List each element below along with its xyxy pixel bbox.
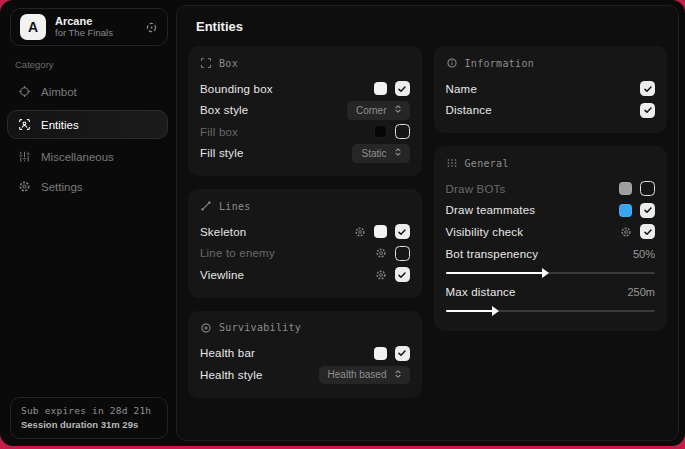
gear-icon[interactable] [375,269,387,281]
card-survivability: SurvivabilityHealth barHealth styleHealt… [188,311,422,398]
refresh-icon[interactable] [145,21,158,34]
slider-value: 50% [633,248,655,260]
select-value: Static [361,148,386,159]
row-controls [640,81,655,96]
app-name: Arcane [55,15,113,28]
slider-thumb[interactable] [492,306,499,316]
color-swatch[interactable] [374,125,387,138]
color-swatch[interactable] [619,204,632,217]
setting-row-health-bar: Health bar [200,343,410,365]
select-value: Health based [328,369,387,380]
checkbox-viewline[interactable] [395,267,410,282]
checkbox-fill-box[interactable] [395,124,410,139]
checkbox-line-to-enemy[interactable] [395,246,410,261]
setting-row-health-style: Health styleHealth based [200,364,410,386]
setting-label: Name [446,83,477,95]
app-subtitle: for The Finals [55,28,113,39]
setting-row-name: Name [446,78,656,100]
sidebar-nav: AimbotEntitiesMiscellaneousSettings [0,78,175,203]
row-controls [354,224,410,239]
grid-icon [446,157,458,169]
card-information: InformationNameDistance [434,46,668,133]
category-label: Category [15,59,175,70]
chevrons-up-down-icon [393,369,403,381]
color-swatch[interactable] [374,82,387,95]
card-title: Lines [219,201,251,212]
select-box-style[interactable]: Corner [347,101,410,120]
checkbox-visibility-check[interactable] [640,224,655,239]
card-box: BoxBounding boxBox styleCornerFill boxFi… [188,46,422,176]
sidebar-item-label: Entities [41,119,79,131]
row-controls [375,267,410,282]
chevrons-up-down-icon [393,104,403,116]
gear-icon[interactable] [620,226,632,238]
setting-row-visibility-check: Visibility check [446,221,656,243]
checkbox-skeleton[interactable] [395,224,410,239]
card-title: Survivability [219,322,301,333]
checkbox-draw-bots[interactable] [640,181,655,196]
life-icon [200,322,212,334]
setting-label: Fill box [200,126,238,138]
main-panel: Entities BoxBounding boxBox styleCornerF… [176,5,679,441]
setting-label: Draw BOTs [446,183,506,195]
row-controls [619,181,655,196]
checkbox-distance[interactable] [640,103,655,118]
slider-thumb[interactable] [542,268,549,278]
card-header: General [446,157,656,169]
row-controls: Corner [347,101,410,120]
slider-track[interactable] [446,310,656,312]
sidebar-item-settings[interactable]: Settings [7,173,168,200]
slider-track[interactable] [446,272,656,274]
checkbox-health-bar[interactable] [395,346,410,361]
sidebar-item-label: Settings [41,181,83,193]
setting-label: Visibility check [446,226,524,238]
card-header: Information [446,57,656,69]
card-header: Box [200,57,410,69]
setting-label: Line to enemy [200,247,275,259]
slider-label-row: Bot transpenency50% [446,244,656,266]
left-column: BoxBounding boxBox styleCornerFill boxFi… [188,46,422,398]
sidebar-item-entities[interactable]: Entities [7,110,168,139]
card-title: Box [219,58,238,69]
card-title: General [465,158,509,169]
app-header: A Arcane for The Finals [10,8,168,46]
setting-label: Fill style [200,147,244,159]
card-header: Survivability [200,322,410,334]
setting-row-distance: Distance [446,100,656,122]
color-swatch[interactable] [374,225,387,238]
page-title: Entities [196,19,678,34]
checkbox-bounding-box[interactable] [395,81,410,96]
setting-label: Draw teammates [446,204,536,216]
row-controls [620,224,655,239]
checkbox-draw-teammates[interactable] [640,203,655,218]
slider-fill [446,310,494,312]
setting-row-viewline: Viewline [200,264,410,286]
setting-row-draw-bots: Draw BOTs [446,178,656,200]
sidebar-item-label: Aimbot [41,86,77,98]
row-controls: Static [352,144,409,163]
box-corners-icon [200,57,212,69]
row-controls: Health based [319,366,410,385]
sidebar-item-aimbot[interactable]: Aimbot [7,78,168,105]
checkbox-name[interactable] [640,81,655,96]
sub-expiry-text: Sub expires in 28d 21h [21,405,157,416]
slider-value: 250m [627,286,655,298]
color-swatch[interactable] [374,347,387,360]
gear-icon[interactable] [375,247,387,259]
sidebar-item-miscellaneous[interactable]: Miscellaneous [7,143,168,170]
setting-label: Bot transpenency [446,248,539,260]
setting-label: Skeleton [200,226,246,238]
slider-max-distance: Max distance250m [446,281,656,312]
row-controls [374,124,410,139]
setting-label: Bounding box [200,83,273,95]
app-logo: A [20,14,46,40]
color-swatch[interactable] [619,182,632,195]
right-column: InformationNameDistanceGeneralDraw BOTsD… [434,46,668,398]
setting-row-draw-teammates: Draw teammates [446,200,656,222]
gear-icon[interactable] [354,226,366,238]
select-fill-style[interactable]: Static [352,144,409,163]
setting-label: Health style [200,369,262,381]
crosshair-icon [18,85,31,98]
select-health-style[interactable]: Health based [319,366,410,385]
row-controls [375,246,410,261]
